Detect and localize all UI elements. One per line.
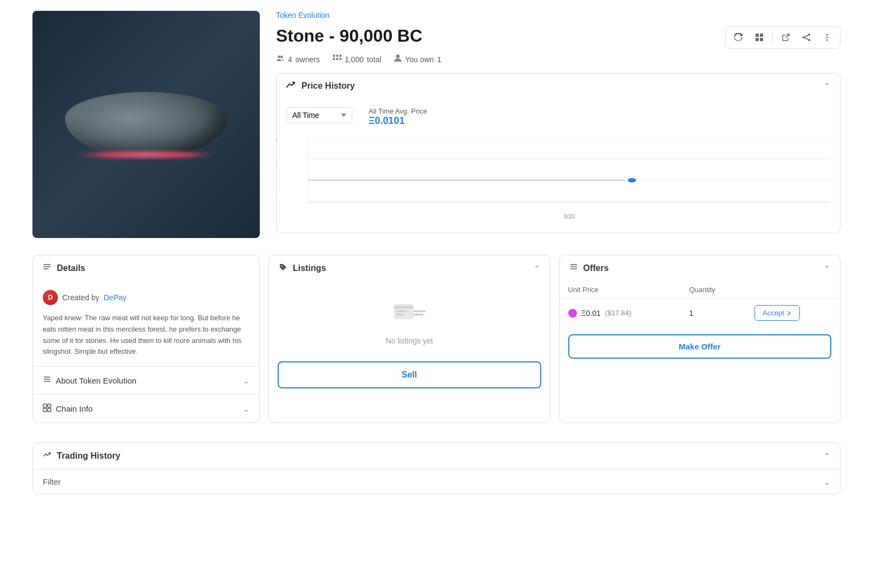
svg-rect-36 <box>48 408 51 412</box>
creator-row: D Created by DePay <box>43 290 250 305</box>
svg-rect-16 <box>339 55 342 57</box>
svg-point-13 <box>280 56 283 58</box>
chain-info-title: Chain Info <box>56 404 93 413</box>
about-chevron: ⌄ <box>243 376 250 385</box>
svg-rect-33 <box>43 404 47 407</box>
chart-y-labels: 0.03 0.02 0.01 0 <box>276 137 277 220</box>
time-filter-select[interactable]: All Time Last 7 Days Last 30 Days Last 9… <box>286 107 352 123</box>
sell-button[interactable]: Sell <box>278 361 541 388</box>
creator-link[interactable]: DePay <box>103 293 126 302</box>
person-icon <box>394 54 402 64</box>
trading-history-section: Trading History ⌃ Filter ⌄ <box>32 442 841 494</box>
svg-rect-0 <box>756 34 759 37</box>
svg-point-12 <box>278 56 280 58</box>
svg-point-6 <box>808 39 810 41</box>
col-action <box>746 281 840 299</box>
offers-table: Unit Price Quantity Ξ0.01 ($17.84) <box>560 281 841 328</box>
svg-rect-34 <box>48 404 51 407</box>
offer-price-eth: Ξ0.01 <box>581 309 601 318</box>
price-history-body: All Time Last 7 Days Last 30 Days Last 9… <box>277 98 840 233</box>
svg-rect-3 <box>760 38 763 41</box>
stone-graphic <box>65 87 227 162</box>
price-history-controls: All Time Last 7 Days Last 30 Days Last 9… <box>286 107 830 127</box>
about-row[interactable]: About Token Evolution ⌄ <box>33 366 259 394</box>
details-content: D Created by DePay Yaped knew: The raw m… <box>33 281 259 366</box>
price-chart <box>308 137 830 202</box>
offer-action-cell: Accept <box>746 299 840 328</box>
y-label-3: 0 <box>276 213 277 220</box>
chain-info-row[interactable]: Chain Info ⌄ <box>33 394 259 422</box>
chart-icon <box>286 81 296 91</box>
created-by-label: Created by <box>62 293 99 302</box>
owners-count: 4 <box>288 55 292 64</box>
col-quantity: Quantity <box>680 281 746 299</box>
details-title: Details <box>57 263 85 273</box>
share-button[interactable] <box>798 29 815 46</box>
breadcrumb[interactable]: Token Evolution <box>276 11 841 19</box>
owners-icon <box>276 54 285 64</box>
listings-header[interactable]: Listings ⌃ <box>269 255 550 281</box>
trading-icon <box>43 451 51 461</box>
price-history-title-row: Price History <box>286 81 355 91</box>
svg-rect-42 <box>413 310 425 312</box>
make-offer-button[interactable]: Make Offer <box>568 334 832 359</box>
svg-rect-14 <box>333 55 335 57</box>
svg-rect-41 <box>396 314 404 315</box>
more-options-button[interactable] <box>818 29 836 46</box>
about-label-row: About Token Evolution <box>43 375 136 386</box>
svg-rect-43 <box>413 314 423 315</box>
details-icon <box>43 263 51 274</box>
svg-rect-1 <box>760 34 763 37</box>
total-meta: 1,000 total <box>333 55 382 64</box>
you-own-label: You own <box>405 55 434 64</box>
price-history-chevron: ⌃ <box>824 82 830 90</box>
y-label-0: 0.03 <box>276 137 277 144</box>
accept-button[interactable]: Accept <box>754 305 800 321</box>
svg-rect-2 <box>756 38 759 41</box>
svg-rect-39 <box>394 306 413 308</box>
offer-price-cell: Ξ0.01 ($17.84) <box>560 299 681 328</box>
svg-rect-19 <box>339 58 342 60</box>
listings-tag-icon <box>279 263 287 274</box>
listings-title-row: Listings <box>279 263 326 274</box>
gallery-button[interactable] <box>751 29 768 46</box>
svg-point-9 <box>826 34 828 36</box>
you-own-count: 1 <box>437 55 442 64</box>
nft-image <box>32 11 260 238</box>
price-history-header[interactable]: Price History ⌃ <box>277 74 840 98</box>
filter-row[interactable]: Filter ⌄ <box>33 469 840 494</box>
svg-rect-40 <box>396 310 407 312</box>
y-label-2: 0.01 <box>276 188 277 194</box>
avg-price-section: All Time Avg. Price Ξ0.0101 <box>369 107 427 127</box>
meta-row: 4 owners 1,000 <box>276 54 841 64</box>
svg-rect-35 <box>43 408 47 412</box>
chart-x-label: 3/20 <box>308 213 830 220</box>
offers-list-icon <box>569 263 578 274</box>
external-link-button[interactable] <box>777 29 795 46</box>
about-icon <box>43 375 51 386</box>
trading-title: Trading History <box>57 451 120 461</box>
nft-description: Yaped knew: The raw meat will not keep f… <box>43 313 250 358</box>
svg-point-20 <box>396 55 400 58</box>
chain-info-label-row: Chain Info <box>43 404 93 414</box>
offers-header[interactable]: Offers ⌃ <box>560 255 841 281</box>
creator-avatar: D <box>43 290 58 305</box>
svg-point-5 <box>803 36 805 38</box>
trading-history-header[interactable]: Trading History ⌃ <box>33 443 840 469</box>
you-own-meta: You own 1 <box>394 54 441 64</box>
grid-icon <box>333 55 342 64</box>
offer-dot <box>568 309 577 318</box>
listings-chevron: ⌃ <box>534 264 540 273</box>
offers-title: Offers <box>583 263 609 273</box>
filter-label: Filter <box>43 477 61 486</box>
trading-chevron: ⌃ <box>824 452 830 460</box>
offer-price-usd: ($17.84) <box>605 309 631 317</box>
right-panel: Token Evolution Stone - 90,000 BC <box>276 11 841 242</box>
details-header[interactable]: Details <box>33 255 259 281</box>
nft-title: Stone - 90,000 BC <box>276 26 422 46</box>
trading-title-row: Trading History <box>43 451 120 461</box>
refresh-button[interactable] <box>730 29 747 46</box>
svg-rect-17 <box>333 58 335 60</box>
total-label: total <box>367 55 381 64</box>
no-listings-area: No listings yet <box>269 281 550 361</box>
